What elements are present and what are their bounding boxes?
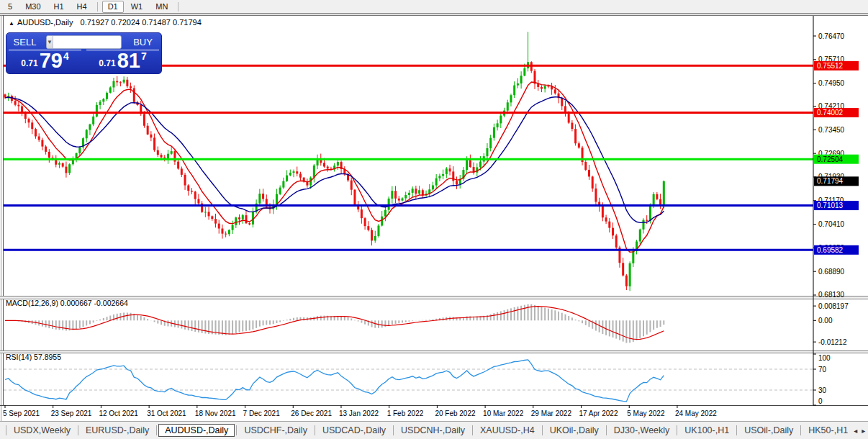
toolbar-divider	[178, 2, 178, 12]
tab-separator	[78, 425, 78, 435]
tab-separator	[542, 425, 543, 435]
svg-text:1 Feb 2022: 1 Feb 2022	[387, 409, 424, 417]
svg-text:17 Apr 2022: 17 Apr 2022	[579, 409, 618, 417]
timeframe-button-h1[interactable]: H1	[48, 1, 70, 13]
svg-text:5 Sep 2021: 5 Sep 2021	[3, 409, 40, 417]
svg-text:5 May 2022: 5 May 2022	[627, 409, 665, 417]
chart-tab-usdcad-daily[interactable]: USDCAD-,Daily	[317, 425, 392, 436]
rsi-label: RSI(14) 57.8955	[6, 353, 61, 361]
mt4-window: 0.764700.757100.749500.742100.734500.726…	[0, 0, 868, 439]
svg-text:0.74002: 0.74002	[817, 109, 844, 117]
tab-separator	[315, 425, 315, 435]
timeframe-button-h4[interactable]: H4	[71, 1, 93, 13]
macd-label: MACD(12,26,9) 0.000667 -0.002664	[6, 299, 128, 307]
tab-separator	[236, 425, 237, 435]
svg-text:0.00: 0.00	[818, 317, 833, 325]
chart-tab-xauusd-h4[interactable]: XAUUSD-,H4	[474, 425, 541, 436]
svg-text:23 Sep 2021: 23 Sep 2021	[51, 409, 92, 417]
timeframe-button-m30[interactable]: M30	[19, 1, 46, 13]
collapse-arrow-icon[interactable]: ▲	[9, 20, 14, 27]
timeframe-button-5[interactable]: 5	[2, 1, 18, 13]
buy-price-prefix: 0.71	[99, 58, 115, 68]
svg-text:0.008197: 0.008197	[818, 302, 849, 310]
chart-tab-audusd-daily[interactable]: AUDUSD-,Daily	[158, 424, 235, 437]
tab-separator	[472, 425, 473, 435]
timeframe-toolbar: 5M30H1H4D1W1MN	[0, 0, 868, 14]
buy-price-button[interactable]: 0.71817	[86, 50, 159, 72]
chart-tab-uk100-h1[interactable]: UK100-,H1	[679, 425, 735, 436]
tab-scroll-right-icon[interactable]: ▸	[862, 427, 865, 435]
svg-text:29 Mar 2022: 29 Mar 2022	[531, 409, 572, 417]
one-click-trade-panel: SELL ▼ ▲ BUY 0.71794 0.71817	[6, 32, 162, 74]
chart-tab-usdchf-daily[interactable]: USDCHF-,Daily	[238, 425, 313, 436]
buy-button[interactable]: BUY	[127, 35, 159, 49]
chart-tab-bar: USDX,WeeklyEURUSD-,DailyAUDUSD-,DailyUSD…	[0, 421, 868, 439]
svg-text:18 Nov 2021: 18 Nov 2021	[195, 409, 236, 417]
tab-separator	[800, 425, 801, 435]
svg-text:30: 30	[818, 386, 827, 394]
chart-tab-ukoil-daily[interactable]: UKOil-,Daily	[544, 425, 605, 436]
ohlc-values: 0.71927 0.72024 0.71487 0.71794	[81, 18, 202, 27]
buy-price-big: 81	[117, 51, 140, 71]
chart-title: ▲AUDUSD-,Daily0.71927 0.72024 0.71487 0.…	[9, 18, 202, 27]
tab-separator	[6, 425, 6, 435]
tab-separator	[156, 425, 157, 435]
timeframe-button-w1[interactable]: W1	[125, 1, 149, 13]
volume-decrease-button[interactable]: ▼	[47, 36, 53, 48]
tab-separator	[606, 425, 607, 435]
svg-text:20 Feb 2022: 20 Feb 2022	[435, 409, 476, 417]
svg-text:12 Oct 2021: 12 Oct 2021	[99, 409, 138, 417]
buy-price-sup: 7	[141, 50, 147, 62]
tab-scroll-left-icon[interactable]: ◂	[854, 427, 857, 435]
svg-text:0.76470: 0.76470	[818, 32, 845, 40]
sell-price-button[interactable]: 0.71794	[9, 50, 81, 72]
volume-input[interactable]	[53, 36, 122, 48]
svg-text:0.71794: 0.71794	[817, 177, 844, 185]
tab-separator	[393, 425, 394, 435]
volume-stepper: ▼ ▲	[46, 35, 122, 49]
svg-text:0.74950: 0.74950	[818, 79, 845, 87]
svg-text:0.68890: 0.68890	[818, 268, 845, 276]
svg-text:-0.01212: -0.01212	[818, 338, 847, 346]
svg-text:0.70410: 0.70410	[818, 220, 845, 228]
chart-tab-hk50-h1[interactable]: HK50-,H1	[803, 425, 854, 436]
svg-text:70: 70	[818, 366, 827, 374]
svg-text:0.68130: 0.68130	[818, 291, 845, 299]
tab-separator	[677, 425, 677, 435]
svg-text:10 Mar 2022: 10 Mar 2022	[483, 409, 524, 417]
chart-tab-usoil-daily[interactable]: USOil-,Daily	[738, 425, 799, 436]
chart-tab-eurusd-daily[interactable]: EURUSD-,Daily	[80, 425, 155, 436]
symbol-period-label: AUDUSD-,Daily	[17, 18, 73, 27]
svg-text:0.69582: 0.69582	[817, 246, 844, 254]
svg-text:24 May 2022: 24 May 2022	[675, 409, 717, 417]
tab-scroll-arrows: ◂▸	[854, 427, 867, 435]
timeframe-button-mn[interactable]: MN	[150, 1, 173, 13]
sell-price-sup: 4	[63, 50, 69, 62]
sell-price-big: 79	[40, 51, 63, 71]
svg-text:0.75512: 0.75512	[817, 62, 844, 70]
sell-button[interactable]: SELL	[9, 35, 41, 49]
svg-text:100: 100	[818, 354, 831, 362]
svg-text:31 Oct 2021: 31 Oct 2021	[147, 409, 186, 417]
toolbar-divider	[97, 2, 98, 12]
svg-text:26 Dec 2021: 26 Dec 2021	[291, 409, 332, 417]
svg-text:0.71013: 0.71013	[817, 202, 844, 209]
svg-text:0: 0	[818, 397, 823, 405]
chart-tab-usdx-weekly[interactable]: USDX,Weekly	[8, 425, 76, 436]
svg-text:7 Dec 2021: 7 Dec 2021	[243, 409, 281, 417]
chart-tab-usdcnh-daily[interactable]: USDCNH-,Daily	[395, 425, 471, 436]
tab-separator	[736, 425, 737, 435]
svg-text:13 Jan 2022: 13 Jan 2022	[339, 409, 379, 417]
sell-price-prefix: 0.71	[21, 58, 37, 68]
timeframe-button-d1[interactable]: D1	[102, 1, 124, 13]
chart-tab-dj30-weekly[interactable]: DJ30-,Weekly	[608, 425, 676, 436]
svg-text:0.72504: 0.72504	[817, 155, 844, 163]
svg-text:0.73450: 0.73450	[818, 126, 845, 134]
